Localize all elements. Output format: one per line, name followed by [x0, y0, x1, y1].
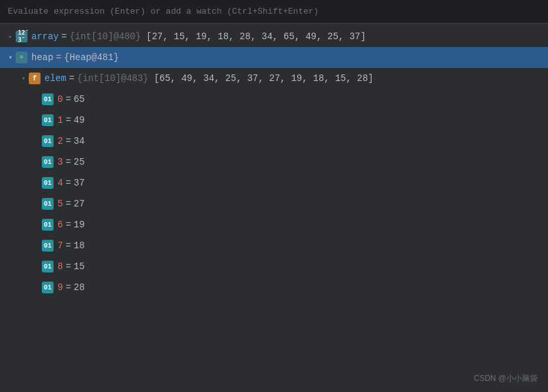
elem-value: [65, 49, 34, 25, 37, 27, 19, 18, 15, 28] [148, 73, 373, 84]
item-index: 4 [57, 178, 63, 188]
item-badge: 01 [42, 261, 54, 272]
heap-toggle[interactable] [5, 52, 16, 63]
elem-item-row[interactable]: 01 3 = 25 [0, 152, 548, 172]
item-equals: = [65, 136, 71, 146]
item-index: 7 [57, 240, 63, 251]
heap-name: heap [31, 52, 54, 63]
array-equals: = [61, 31, 67, 42]
item-index: 5 [57, 199, 63, 209]
item-badge: 01 [42, 282, 54, 293]
item-index: 8 [57, 261, 63, 272]
elem-item-row[interactable]: 01 6 = 19 [0, 214, 548, 235]
elem-items: 01 0 = 65 01 1 = 49 01 2 = 34 [0, 89, 548, 298]
elem-item-row[interactable]: 01 0 = 65 [0, 89, 548, 110]
item-value: 15 [74, 261, 85, 272]
elem-toggle[interactable] [18, 73, 29, 84]
item-badge: 01 [42, 156, 54, 168]
item-equals: = [65, 240, 71, 251]
heap-equals: = [56, 52, 61, 63]
item-badge: 01 [42, 93, 54, 105]
item-badge: 01 [42, 198, 54, 210]
elem-name: elem [44, 73, 67, 84]
item-value: 49 [74, 115, 85, 125]
item-value: 28 [74, 282, 85, 293]
item-index: 2 [57, 136, 63, 146]
item-equals: = [65, 94, 71, 105]
item-index: 0 [57, 94, 63, 105]
elem-item-row[interactable]: 01 7 = 18 [0, 235, 548, 256]
item-index: 3 [57, 157, 63, 167]
array-toggle[interactable] [5, 31, 16, 42]
item-equals: = [65, 261, 71, 272]
heap-ref: {Heap@481} [64, 52, 119, 63]
elem-item-row[interactable]: 01 9 = 28 [0, 277, 548, 298]
item-equals: = [65, 178, 71, 188]
elem-item-row[interactable]: 01 5 = 27 [0, 193, 548, 214]
item-badge: 01 [42, 114, 54, 126]
elem-item-row[interactable]: 01 8 = 15 [0, 256, 548, 277]
elem-equals: = [69, 73, 74, 84]
item-value: 19 [74, 220, 85, 230]
item-value: 34 [74, 136, 85, 146]
heap-badge: ≡ [16, 52, 27, 63]
expression-bar-text: Evaluate expression (Enter) or add a wat… [8, 7, 319, 16]
expression-bar[interactable]: Evaluate expression (Enter) or add a wat… [0, 0, 548, 24]
watermark: CSDN @小小脑袋 [474, 373, 538, 384]
array-ref: {int[10]@480} [69, 31, 140, 42]
elem-item-row[interactable]: 01 4 = 37 [0, 172, 548, 193]
item-value: 25 [74, 157, 85, 167]
elem-ref: {int[10]@483} [77, 73, 148, 84]
item-value: 37 [74, 178, 85, 188]
item-badge: 01 [42, 219, 54, 231]
item-equals: = [65, 115, 71, 125]
item-equals: = [65, 220, 71, 230]
item-equals: = [65, 157, 71, 167]
item-badge: 01 [42, 240, 54, 252]
item-badge: 01 [42, 135, 54, 147]
array-row[interactable]: 1̄2̄3̄ array = {int[10]@480} [27, 15, 19… [0, 26, 548, 47]
item-index: 9 [57, 282, 63, 293]
item-equals: = [65, 199, 71, 209]
array-badge: 1̄2̄3̄ [16, 31, 27, 42]
variables-panel: 1̄2̄3̄ array = {int[10]@480} [27, 15, 19… [0, 24, 548, 298]
item-index: 1 [57, 115, 63, 125]
item-badge: 01 [42, 177, 54, 189]
item-value: 65 [74, 94, 85, 105]
heap-row[interactable]: ≡ heap = {Heap@481} [0, 47, 548, 68]
elem-row[interactable]: f elem = {int[10]@483} [65, 49, 34, 25, … [0, 68, 548, 89]
elem-badge: f [29, 73, 40, 84]
elem-item-row[interactable]: 01 2 = 34 [0, 131, 548, 152]
item-equals: = [65, 282, 71, 293]
elem-item-row[interactable]: 01 1 = 49 [0, 110, 548, 131]
item-value: 27 [74, 199, 85, 209]
array-value: [27, 15, 19, 18, 28, 34, 65, 49, 25, 37] [141, 31, 366, 42]
item-value: 18 [74, 240, 85, 251]
item-index: 6 [57, 220, 63, 230]
array-name: array [31, 31, 59, 42]
